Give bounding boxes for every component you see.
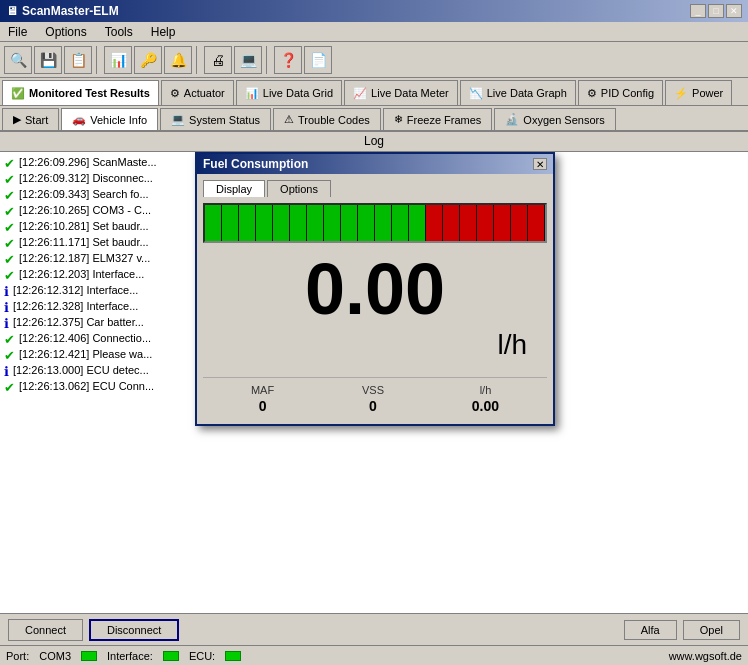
tool-help[interactable]: ❓ xyxy=(274,46,302,74)
tab-power-icon: ⚡ xyxy=(674,87,688,100)
tool-grid[interactable]: 📊 xyxy=(104,46,132,74)
opel-button[interactable]: Opel xyxy=(683,620,740,640)
gauge-segment xyxy=(324,205,341,241)
tool-print[interactable]: 🖨 xyxy=(204,46,232,74)
tool-key[interactable]: 🔑 xyxy=(134,46,162,74)
tab-freeze-label: Freeze Frames xyxy=(407,114,482,126)
close-button[interactable]: ✕ xyxy=(726,4,742,18)
minimize-button[interactable]: _ xyxy=(690,4,706,18)
tab-monitored-label: Monitored Test Results xyxy=(29,87,150,99)
info-icon: ℹ xyxy=(4,284,9,299)
check-icon: ✔ xyxy=(4,220,15,235)
bottom-bar: Connect Disconnect Alfa Opel xyxy=(0,613,748,645)
disconnect-button[interactable]: Disconnect xyxy=(89,619,179,641)
tab-pid-label: PID Config xyxy=(601,87,654,99)
log-text: [12:26:11.171] Set baudr... xyxy=(19,236,149,248)
port-name: COM3 xyxy=(39,650,71,662)
vss-label: VSS xyxy=(362,384,384,396)
tab-trouble-icon: ⚠ xyxy=(284,113,294,126)
log-text: [12:26:12.187] ELM327 v... xyxy=(19,252,150,264)
modal-close-button[interactable]: ✕ xyxy=(533,158,547,170)
tool-save[interactable]: 📋 xyxy=(64,46,92,74)
modal-tab-display[interactable]: Display xyxy=(203,180,265,197)
info-icon: ℹ xyxy=(4,364,9,379)
gauge-segment xyxy=(443,205,460,241)
tab-oxygen-sensors[interactable]: 🔬 Oxygen Sensors xyxy=(494,108,615,130)
modal-title: Fuel Consumption xyxy=(203,157,308,171)
tab-trouble-codes[interactable]: ⚠ Trouble Codes xyxy=(273,108,381,130)
log-text: [12:26:12.203] Interface... xyxy=(19,268,144,280)
gauge-segment xyxy=(528,205,545,241)
tab-monitored-test-results[interactable]: ✅ Monitored Test Results xyxy=(2,80,159,105)
menu-help[interactable]: Help xyxy=(147,24,180,40)
tool-open[interactable]: 💾 xyxy=(34,46,62,74)
tabs-row2: ▶ Start 🚗 Vehicle Info 💻 System Status ⚠… xyxy=(0,106,748,132)
tab-live-data-meter[interactable]: 📈 Live Data Meter xyxy=(344,80,458,105)
tab-start-icon: ▶ xyxy=(13,113,21,126)
tool-doc[interactable]: 📄 xyxy=(304,46,332,74)
check-icon: ✔ xyxy=(4,156,15,171)
menu-tools[interactable]: Tools xyxy=(101,24,137,40)
menu-bar: File Options Tools Help xyxy=(0,22,748,42)
tab-oxygen-icon: 🔬 xyxy=(505,113,519,126)
window-controls: _ □ ✕ xyxy=(690,4,742,18)
tab-vehicle-label: Vehicle Info xyxy=(90,114,147,126)
port-label: Port: xyxy=(6,650,29,662)
gauge-segment xyxy=(409,205,426,241)
tab-actuator-label: Actuator xyxy=(184,87,225,99)
gauge-segment xyxy=(239,205,256,241)
maximize-button[interactable]: □ xyxy=(708,4,724,18)
modal-body: Display Options 0.00 l/h MAF 0 VSS xyxy=(197,174,553,424)
maf-label: MAF xyxy=(251,384,274,396)
data-cell-maf: MAF 0 xyxy=(251,384,274,414)
tab-live-meter-icon: 📈 xyxy=(353,87,367,100)
maf-value: 0 xyxy=(251,398,274,414)
tab-freeze-frames[interactable]: ❄ Freeze Frames xyxy=(383,108,493,130)
menu-file[interactable]: File xyxy=(4,24,31,40)
modal-tab-options[interactable]: Options xyxy=(267,180,331,197)
tool-alert[interactable]: 🔔 xyxy=(164,46,192,74)
log-text: [12:26:09.343] Search fo... xyxy=(19,188,149,200)
check-icon: ✔ xyxy=(4,172,15,187)
data-cell-vss: VSS 0 xyxy=(362,384,384,414)
gauge-segment xyxy=(358,205,375,241)
check-icon: ✔ xyxy=(4,268,15,283)
tab-live-grid-label: Live Data Grid xyxy=(263,87,333,99)
data-cell-lph: l/h 0.00 xyxy=(472,384,499,414)
interface-indicator xyxy=(163,651,179,661)
vss-value: 0 xyxy=(362,398,384,414)
tab-start[interactable]: ▶ Start xyxy=(2,108,59,130)
fuel-consumption-modal: Fuel Consumption ✕ Display Options 0.00 … xyxy=(195,152,555,426)
gauge-segment xyxy=(307,205,324,241)
log-text: [12:26:09.312] Disconnec... xyxy=(19,172,153,184)
tab-vehicle-info[interactable]: 🚗 Vehicle Info xyxy=(61,108,158,130)
tab-system-icon: 💻 xyxy=(171,113,185,126)
tab-live-graph-icon: 📉 xyxy=(469,87,483,100)
tab-power[interactable]: ⚡ Power xyxy=(665,80,732,105)
tab-live-data-graph[interactable]: 📉 Live Data Graph xyxy=(460,80,576,105)
tab-pid-config[interactable]: ⚙ PID Config xyxy=(578,80,663,105)
tab-system-status[interactable]: 💻 System Status xyxy=(160,108,271,130)
tab-freeze-icon: ❄ xyxy=(394,113,403,126)
lph-label: l/h xyxy=(472,384,499,396)
gauge-segment xyxy=(222,205,239,241)
tool-computer[interactable]: 💻 xyxy=(234,46,262,74)
menu-options[interactable]: Options xyxy=(41,24,90,40)
check-icon: ✔ xyxy=(4,380,15,395)
tab-monitored-icon: ✅ xyxy=(11,87,25,100)
main-value: 0.00 xyxy=(203,253,547,325)
log-text: [12:26:10.281] Set baudr... xyxy=(19,220,149,232)
gauge-segment xyxy=(273,205,290,241)
gauge-segment xyxy=(205,205,222,241)
alfa-button[interactable]: Alfa xyxy=(624,620,677,640)
tab-oxygen-label: Oxygen Sensors xyxy=(523,114,604,126)
log-text: [12:26:10.265] COM3 - C... xyxy=(19,204,151,216)
tab-actuator[interactable]: ⚙ Actuator xyxy=(161,80,234,105)
toolbar-sep-3 xyxy=(266,46,270,74)
tab-live-data-grid[interactable]: 📊 Live Data Grid xyxy=(236,80,342,105)
log-text: [12:26:12.421] Please wa... xyxy=(19,348,152,360)
tool-new[interactable]: 🔍 xyxy=(4,46,32,74)
app-title: ScanMaster-ELM xyxy=(22,4,119,18)
log-title: Log xyxy=(364,134,384,148)
connect-button[interactable]: Connect xyxy=(8,619,83,641)
